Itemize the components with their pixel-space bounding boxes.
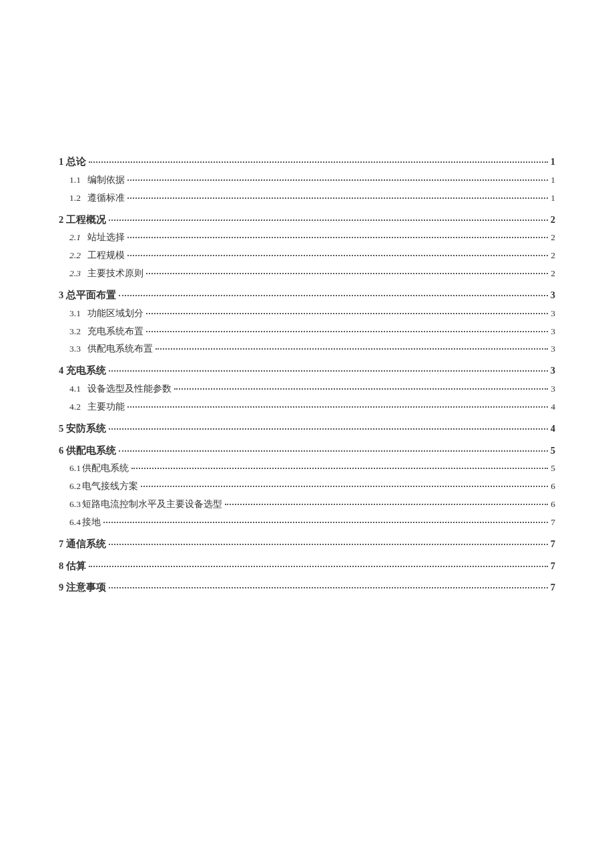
toc-entry-page: 6 <box>551 497 555 512</box>
toc-entry-title: 供配电系统布置 <box>87 342 153 357</box>
toc-leader-dots <box>109 587 548 588</box>
toc-entry-number: 1.2 <box>69 191 81 206</box>
toc-section: 5安防系统4 <box>59 420 555 437</box>
toc-entry-title: 功能区域划分 <box>87 306 143 322</box>
toc-entry-number: 3.2 <box>69 324 81 340</box>
toc-entry: 5安防系统4 <box>59 420 555 437</box>
toc-section: 6供配电系统56.1供配电系统56.2电气接线方案66.3短路电流控制水平及主要… <box>59 442 555 530</box>
toc-entry-title: 估算 <box>66 558 86 574</box>
toc-entry-title: 设备选型及性能参数 <box>87 382 172 397</box>
toc-entry-number: 1 <box>59 153 63 170</box>
toc-entry: 4充电系统3 <box>59 362 555 379</box>
toc-entry: 1总论1 <box>59 153 555 170</box>
toc-entry-title: 总论 <box>66 153 86 170</box>
toc-leader-dots <box>109 544 548 545</box>
toc-entry-page: 7 <box>551 558 555 574</box>
toc-leader-dots <box>127 406 548 408</box>
toc-leader-dots <box>127 179 548 181</box>
toc-entry: 6.1供配电系统5 <box>59 461 555 476</box>
toc-entry-title: 注意事项 <box>66 579 106 596</box>
toc-entry-number: 8 <box>59 558 63 574</box>
toc-leader-dots <box>146 331 548 332</box>
toc-entry-page: 1 <box>551 191 555 206</box>
toc-entry: 2.1站址选择2 <box>59 230 555 246</box>
toc-entry-number: 6.2 <box>69 479 81 494</box>
toc-entry-title: 主要技术原则 <box>87 266 143 282</box>
toc-leader-dots <box>174 388 548 390</box>
toc-entry-page: 4 <box>551 420 555 437</box>
toc-section: 4充电系统34.1设备选型及性能参数34.2主要功能4 <box>59 362 555 415</box>
toc-leader-dots <box>127 255 548 256</box>
toc-entry-page: 7 <box>551 515 555 530</box>
toc-entry: 6.3短路电流控制水平及主要设备选型6 <box>59 497 555 512</box>
toc-entry-title: 短路电流控制水平及主要设备选型 <box>82 497 222 512</box>
toc-entry-number: 7 <box>59 536 63 552</box>
toc-entry-number: 2.2 <box>69 248 81 264</box>
toc-entry-page: 2 <box>551 211 555 228</box>
toc-entry-title: 供配电系统 <box>82 461 129 476</box>
toc-leader-dots <box>127 237 548 238</box>
toc-leader-dots <box>127 197 548 199</box>
toc-entry-number: 2.1 <box>69 230 81 246</box>
toc-entry-title: 充电系统 <box>66 362 106 379</box>
toc-entry-page: 4 <box>551 400 555 415</box>
toc-leader-dots <box>156 348 548 350</box>
toc-entry-title: 电气接线方案 <box>82 479 138 494</box>
toc-entry-page: 6 <box>551 479 555 494</box>
toc-entry-title: 主要功能 <box>87 400 125 415</box>
toc-section: 8估算7 <box>59 558 555 574</box>
toc-section: 2工程概况22.1站址选择22.2工程规模22.3主要技术原则2 <box>59 211 555 282</box>
toc-entry: 9注意事项7 <box>59 579 555 596</box>
toc-entry: 6.4接地7 <box>59 515 555 530</box>
toc-entry-number: 4 <box>59 362 63 379</box>
toc-entry-page: 3 <box>551 342 555 357</box>
toc-entry: 4.2主要功能4 <box>59 400 555 415</box>
toc-section: 9注意事项7 <box>59 579 555 596</box>
toc-entry: 6.2电气接线方案6 <box>59 479 555 494</box>
toc-entry-number: 6.1 <box>69 461 81 476</box>
toc-entry-page: 3 <box>551 382 555 397</box>
toc-leader-dots <box>131 468 548 469</box>
toc-entry: 7通信系统7 <box>59 536 555 552</box>
toc-leader-dots <box>146 273 548 274</box>
toc-entry-page: 2 <box>551 230 555 246</box>
toc-leader-dots <box>109 370 548 372</box>
toc-entry: 2.3主要技术原则2 <box>59 266 555 282</box>
toc-entry: 3.2充电系统布置3 <box>59 324 555 340</box>
toc-entry: 1.2遵循标准1 <box>59 191 555 206</box>
toc-entry-page: 2 <box>551 266 555 282</box>
toc-entry: 2.2工程规模2 <box>59 248 555 264</box>
toc-entry-title: 工程概况 <box>66 211 106 228</box>
toc-entry: 3.3供配电系统布置3 <box>59 342 555 357</box>
toc-leader-dots <box>89 161 548 163</box>
toc-entry-number: 2 <box>59 211 63 228</box>
toc-entry-title: 编制依据 <box>87 173 125 188</box>
toc-entry-page: 3 <box>551 362 555 379</box>
toc-section: 3总平面布置33.1功能区域划分33.2充电系统布置33.3供配电系统布置3 <box>59 287 555 357</box>
toc-entry-number: 2.3 <box>69 266 81 282</box>
toc-leader-dots <box>89 566 548 567</box>
toc-entry-page: 5 <box>551 461 555 476</box>
toc-entry-page: 3 <box>551 324 555 340</box>
toc-entry: 1.1编制依据1 <box>59 173 555 188</box>
toc-entry-number: 5 <box>59 420 63 437</box>
toc-entry-title: 接地 <box>82 515 101 530</box>
toc-entry-title: 安防系统 <box>66 420 106 437</box>
toc-entry-number: 6.4 <box>69 515 81 530</box>
toc-entry-number: 6 <box>59 442 63 459</box>
toc-section: 7通信系统7 <box>59 536 555 552</box>
toc-entry: 8估算7 <box>59 558 555 574</box>
toc-entry-title: 充电系统布置 <box>87 324 143 340</box>
toc-entry-page: 5 <box>551 442 555 459</box>
toc-entry-page: 1 <box>551 153 555 170</box>
toc-leader-dots <box>119 295 548 296</box>
toc-entry-page: 3 <box>551 287 555 304</box>
toc-entry: 4.1设备选型及性能参数3 <box>59 382 555 397</box>
toc-entry-number: 3.3 <box>69 342 81 357</box>
toc-entry-title: 总平面布置 <box>66 287 116 304</box>
toc-entry-page: 2 <box>551 248 555 264</box>
toc-leader-dots <box>225 504 548 505</box>
toc-entry: 3.1功能区域划分3 <box>59 306 555 322</box>
toc-entry-page: 7 <box>551 536 555 552</box>
toc-entry-page: 1 <box>551 173 555 188</box>
